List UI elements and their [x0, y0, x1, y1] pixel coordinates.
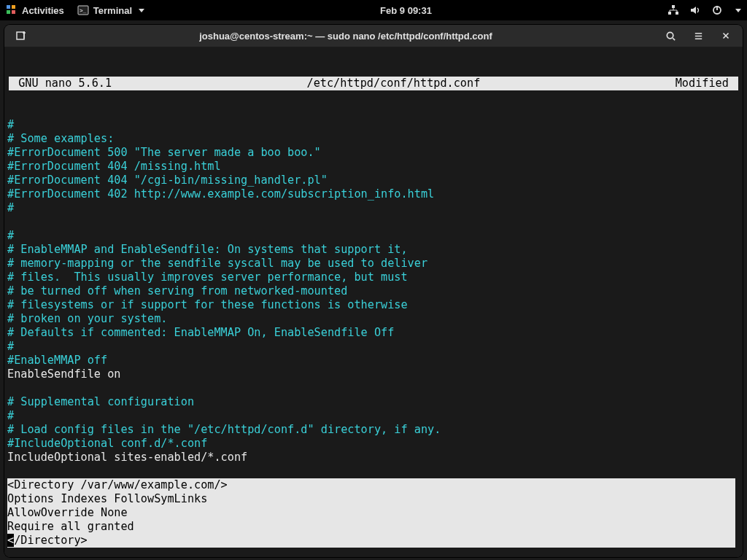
activities-icon	[6, 4, 18, 16]
activities-label: Activities	[22, 5, 64, 16]
editor-line	[7, 548, 14, 557]
svg-point-14	[667, 32, 673, 38]
editor-line: IncludeOptional sites-enabled/*.conf	[7, 451, 247, 464]
app-menu[interactable]: >_ Terminal	[77, 4, 144, 16]
chevron-down-icon	[735, 9, 741, 12]
editor-selected-line: AllowOverride None	[7, 506, 735, 520]
terminal-window: joshua@centos-stream:~ — sudo nano /etc/…	[4, 25, 743, 557]
svg-rect-6	[672, 5, 675, 8]
window-title: joshua@centos-stream:~ — sudo nano /etc/…	[34, 31, 658, 42]
editor-line: # Some examples:	[7, 132, 114, 145]
editor-line: # Defaults if commented: EnableMMAP On, …	[7, 326, 394, 339]
network-icon[interactable]	[667, 4, 679, 16]
editor-selected-line: Options Indexes FollowSymLinks	[7, 492, 735, 506]
activities-button[interactable]: Activities	[6, 4, 64, 16]
menu-button[interactable]	[686, 25, 711, 47]
close-button[interactable]	[713, 25, 738, 47]
editor-selected-line: Require all granted	[7, 520, 735, 534]
svg-rect-7	[668, 12, 671, 15]
editor-line: #ErrorDocument 402 http://www.example.co…	[7, 187, 434, 201]
editor-line: #ErrorDocument 404 /missing.html	[7, 160, 221, 173]
editor-line: # be turned off when serving from networ…	[7, 284, 347, 298]
svg-rect-1	[12, 5, 15, 9]
svg-rect-3	[12, 10, 15, 14]
terminal-content[interactable]: GNU nano 5.6.1 /etc/httpd/conf/httpd.con…	[4, 47, 743, 557]
editor-line: # memory-mapping or the sendfile syscall…	[7, 257, 427, 270]
svg-line-15	[673, 38, 675, 40]
editor-line: #EnableMMAP off	[7, 354, 107, 367]
chevron-down-icon	[139, 9, 144, 12]
new-tab-button[interactable]	[9, 25, 34, 47]
editor-line: #IncludeOptional conf.d/*.conf	[7, 437, 207, 450]
editor-line: EnableSendfile on	[7, 368, 120, 381]
clock[interactable]: Feb 9 09:31	[144, 5, 667, 16]
nano-file-name: /etc/httpd/conf/httpd.conf	[112, 77, 676, 90]
editor-line: # EnableMMAP and EnableSendfile: On syst…	[7, 243, 408, 256]
svg-rect-8	[676, 12, 678, 15]
svg-text:>_: >_	[80, 7, 87, 14]
editor-line: # files. This usually improves server pe…	[7, 271, 408, 284]
terminal-icon: >_	[77, 4, 89, 16]
editor-line: #ErrorDocument 404 "/cgi-bin/missing_han…	[7, 174, 328, 187]
svg-rect-0	[7, 5, 10, 9]
cursor: <	[7, 534, 14, 547]
nano-app-name: GNU nano 5.6.1	[12, 77, 112, 90]
editor-line: #	[7, 340, 14, 353]
editor-line-rest: /Directory>	[14, 534, 88, 547]
titlebar: joshua@centos-stream:~ — sudo nano /etc/…	[4, 25, 743, 47]
search-button[interactable]	[658, 25, 683, 47]
editor-line: # Supplemental configuration	[7, 395, 194, 408]
editor-line: #ErrorDocument 500 "The server made a bo…	[7, 146, 321, 159]
app-menu-label: Terminal	[93, 5, 132, 16]
editor-line: #	[7, 201, 14, 214]
editor-line: # Load config files in the "/etc/httpd/c…	[7, 423, 441, 436]
volume-icon[interactable]	[689, 4, 701, 16]
editor-line: #	[7, 229, 14, 242]
editor-line: #	[7, 409, 14, 422]
editor-selected-line: </Directory>	[7, 534, 735, 548]
power-icon[interactable]	[711, 4, 723, 16]
editor-line: #	[7, 118, 14, 131]
editor-line: # filesystems or if support for these fu…	[7, 298, 408, 311]
svg-rect-2	[7, 10, 10, 14]
editor-selected-line: <Directory /var/www/example.com/>	[7, 478, 735, 492]
nano-status: Modified	[676, 77, 735, 90]
editor-body[interactable]: # # Some examples: #ErrorDocument 500 "T…	[4, 118, 743, 557]
editor-line: # broken on your system.	[7, 312, 167, 325]
gnome-topbar: Activities >_ Terminal Feb 9 09:31	[0, 0, 747, 20]
nano-header: GNU nano 5.6.1 /etc/httpd/conf/httpd.con…	[9, 77, 738, 90]
